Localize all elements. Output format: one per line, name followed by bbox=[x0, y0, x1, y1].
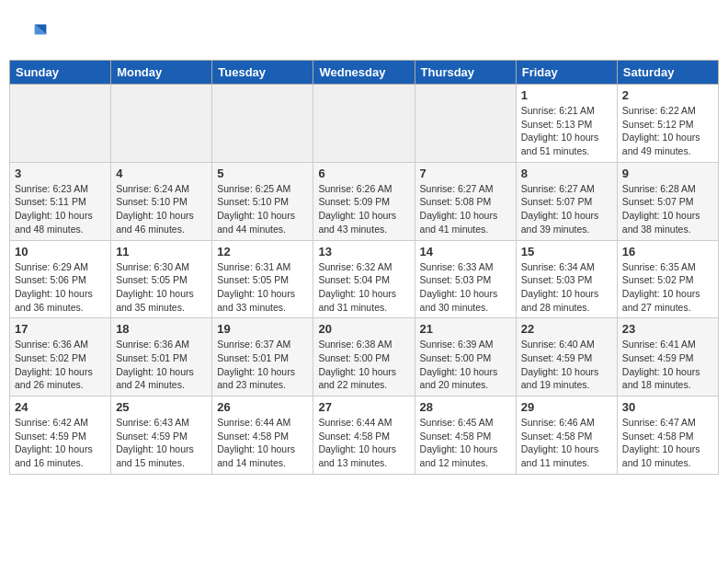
day-info: Sunrise: 6:30 AM Sunset: 5:05 PM Dayligh… bbox=[116, 260, 207, 315]
day-number: 14 bbox=[420, 245, 511, 259]
daylight-label: Daylight: 10 hours and 12 minutes. bbox=[420, 443, 498, 468]
day-number: 22 bbox=[521, 322, 612, 336]
calendar-day-cell bbox=[111, 85, 212, 163]
calendar-day-cell: 10 Sunrise: 6:29 AM Sunset: 5:06 PM Dayl… bbox=[10, 240, 111, 318]
calendar-week-row: 1 Sunrise: 6:21 AM Sunset: 5:13 PM Dayli… bbox=[10, 85, 719, 163]
sunset-label: Sunset: 5:10 PM bbox=[116, 196, 188, 207]
sunset-label: Sunset: 4:59 PM bbox=[116, 431, 188, 442]
sunset-label: Sunset: 4:59 PM bbox=[521, 352, 593, 363]
weekday-header: Sunday bbox=[10, 61, 111, 85]
calendar-day-cell: 16 Sunrise: 6:35 AM Sunset: 5:02 PM Dayl… bbox=[617, 240, 718, 318]
day-info: Sunrise: 6:23 AM Sunset: 5:11 PM Dayligh… bbox=[15, 182, 106, 236]
day-info: Sunrise: 6:28 AM Sunset: 5:07 PM Dayligh… bbox=[622, 182, 713, 236]
daylight-label: Daylight: 10 hours and 30 minutes. bbox=[420, 288, 498, 313]
daylight-label: Daylight: 10 hours and 39 minutes. bbox=[521, 210, 599, 235]
sunrise-label: Sunrise: 6:30 AM bbox=[116, 261, 189, 272]
daylight-label: Daylight: 10 hours and 51 minutes. bbox=[521, 132, 599, 156]
calendar-day-cell: 25 Sunrise: 6:43 AM Sunset: 4:59 PM Dayl… bbox=[111, 396, 212, 475]
calendar-day-cell: 3 Sunrise: 6:23 AM Sunset: 5:11 PM Dayli… bbox=[10, 162, 111, 240]
sunrise-label: Sunrise: 6:40 AM bbox=[521, 339, 595, 350]
sunrise-label: Sunrise: 6:46 AM bbox=[521, 417, 595, 428]
sunset-label: Sunset: 5:02 PM bbox=[622, 274, 694, 285]
daylight-label: Daylight: 10 hours and 20 minutes. bbox=[420, 366, 498, 391]
sunrise-label: Sunrise: 6:32 AM bbox=[318, 261, 392, 272]
day-number: 21 bbox=[420, 322, 511, 336]
day-info: Sunrise: 6:35 AM Sunset: 5:02 PM Dayligh… bbox=[622, 260, 713, 315]
calendar-day-cell: 9 Sunrise: 6:28 AM Sunset: 5:07 PM Dayli… bbox=[617, 162, 718, 240]
day-number: 10 bbox=[15, 245, 106, 259]
daylight-label: Daylight: 10 hours and 48 minutes. bbox=[15, 210, 93, 235]
day-number: 11 bbox=[116, 245, 207, 259]
daylight-label: Daylight: 10 hours and 14 minutes. bbox=[217, 443, 295, 468]
day-number: 24 bbox=[15, 400, 106, 414]
sunset-label: Sunset: 4:58 PM bbox=[318, 431, 390, 442]
sunrise-label: Sunrise: 6:43 AM bbox=[116, 417, 189, 428]
day-number: 5 bbox=[217, 167, 308, 180]
daylight-label: Daylight: 10 hours and 49 minutes. bbox=[622, 132, 700, 156]
sunset-label: Sunset: 5:00 PM bbox=[318, 352, 390, 363]
calendar-day-cell: 26 Sunrise: 6:44 AM Sunset: 4:58 PM Dayl… bbox=[212, 396, 313, 475]
logo-icon bbox=[18, 18, 48, 48]
day-number: 13 bbox=[318, 245, 409, 259]
day-number: 23 bbox=[622, 322, 713, 336]
weekday-header: Monday bbox=[111, 61, 212, 85]
sunset-label: Sunset: 5:09 PM bbox=[318, 196, 390, 207]
sunset-label: Sunset: 5:10 PM bbox=[217, 196, 289, 207]
sunset-label: Sunset: 4:58 PM bbox=[217, 431, 289, 442]
day-number: 9 bbox=[622, 167, 713, 180]
sunset-label: Sunset: 5:05 PM bbox=[116, 274, 188, 285]
daylight-label: Daylight: 10 hours and 43 minutes. bbox=[318, 210, 396, 235]
weekday-header: Friday bbox=[516, 61, 617, 85]
calendar-day-cell: 15 Sunrise: 6:34 AM Sunset: 5:03 PM Dayl… bbox=[516, 240, 617, 318]
sunrise-label: Sunrise: 6:44 AM bbox=[318, 417, 392, 428]
sunset-label: Sunset: 4:59 PM bbox=[622, 352, 694, 363]
day-info: Sunrise: 6:34 AM Sunset: 5:03 PM Dayligh… bbox=[521, 260, 612, 315]
day-number: 30 bbox=[622, 400, 713, 414]
calendar-day-cell: 2 Sunrise: 6:22 AM Sunset: 5:12 PM Dayli… bbox=[617, 85, 718, 163]
calendar-day-cell: 28 Sunrise: 6:45 AM Sunset: 4:58 PM Dayl… bbox=[415, 396, 516, 475]
sunrise-label: Sunrise: 6:27 AM bbox=[420, 183, 494, 194]
weekday-header: Tuesday bbox=[212, 61, 313, 85]
daylight-label: Daylight: 10 hours and 19 minutes. bbox=[521, 366, 599, 391]
sunset-label: Sunset: 4:58 PM bbox=[420, 431, 492, 442]
day-info: Sunrise: 6:36 AM Sunset: 5:01 PM Dayligh… bbox=[116, 338, 207, 392]
sunset-label: Sunset: 5:12 PM bbox=[622, 119, 694, 130]
day-number: 27 bbox=[318, 400, 409, 414]
day-number: 4 bbox=[116, 167, 207, 180]
day-number: 2 bbox=[622, 88, 713, 102]
daylight-label: Daylight: 10 hours and 16 minutes. bbox=[15, 443, 93, 468]
day-number: 25 bbox=[116, 400, 207, 414]
day-number: 29 bbox=[521, 400, 612, 414]
day-info: Sunrise: 6:21 AM Sunset: 5:13 PM Dayligh… bbox=[521, 104, 612, 158]
sunset-label: Sunset: 5:03 PM bbox=[521, 274, 593, 285]
sunrise-label: Sunrise: 6:36 AM bbox=[116, 339, 189, 350]
day-number: 17 bbox=[15, 322, 106, 336]
sunset-label: Sunset: 4:58 PM bbox=[521, 431, 593, 442]
calendar-day-cell: 1 Sunrise: 6:21 AM Sunset: 5:13 PM Dayli… bbox=[516, 85, 617, 163]
day-number: 1 bbox=[521, 88, 612, 102]
sunset-label: Sunset: 5:01 PM bbox=[116, 352, 188, 363]
calendar-week-row: 3 Sunrise: 6:23 AM Sunset: 5:11 PM Dayli… bbox=[10, 162, 719, 240]
daylight-label: Daylight: 10 hours and 28 minutes. bbox=[521, 288, 599, 313]
sunrise-label: Sunrise: 6:37 AM bbox=[217, 339, 290, 350]
daylight-label: Daylight: 10 hours and 35 minutes. bbox=[116, 288, 194, 313]
calendar-day-cell bbox=[415, 85, 516, 163]
sunset-label: Sunset: 5:00 PM bbox=[420, 352, 492, 363]
day-number: 6 bbox=[318, 167, 409, 180]
day-info: Sunrise: 6:25 AM Sunset: 5:10 PM Dayligh… bbox=[217, 182, 308, 236]
calendar-day-cell: 5 Sunrise: 6:25 AM Sunset: 5:10 PM Dayli… bbox=[212, 162, 313, 240]
daylight-label: Daylight: 10 hours and 22 minutes. bbox=[318, 366, 396, 391]
weekday-header: Wednesday bbox=[313, 61, 415, 85]
day-info: Sunrise: 6:37 AM Sunset: 5:01 PM Dayligh… bbox=[217, 338, 308, 392]
daylight-label: Daylight: 10 hours and 26 minutes. bbox=[15, 366, 93, 391]
day-info: Sunrise: 6:31 AM Sunset: 5:05 PM Dayligh… bbox=[217, 260, 308, 315]
sunrise-label: Sunrise: 6:47 AM bbox=[622, 417, 696, 428]
sunrise-label: Sunrise: 6:31 AM bbox=[217, 261, 290, 272]
page-header bbox=[9, 9, 719, 52]
day-number: 16 bbox=[622, 245, 713, 259]
day-number: 18 bbox=[116, 322, 207, 336]
calendar-day-cell: 23 Sunrise: 6:41 AM Sunset: 4:59 PM Dayl… bbox=[617, 318, 718, 396]
day-number: 3 bbox=[15, 167, 106, 180]
daylight-label: Daylight: 10 hours and 10 minutes. bbox=[622, 443, 700, 468]
calendar-day-cell: 7 Sunrise: 6:27 AM Sunset: 5:08 PM Dayli… bbox=[415, 162, 516, 240]
